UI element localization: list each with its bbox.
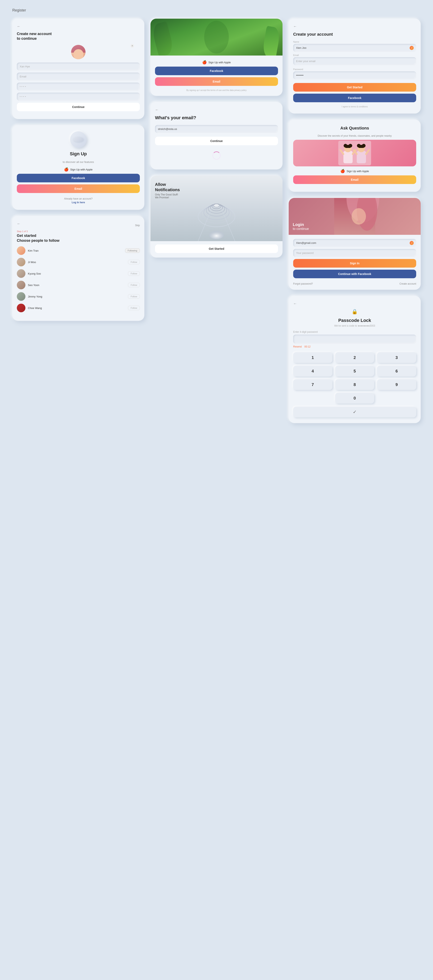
login-password[interactable]	[293, 249, 416, 257]
svg-point-1	[198, 206, 235, 227]
skip-button[interactable]: Skip	[135, 224, 140, 227]
apple-label-2: Sign Up with Apple	[208, 61, 231, 64]
num-btn-4[interactable]: 4	[293, 366, 332, 376]
follow-btn-jiwoo[interactable]: Follow	[128, 260, 140, 264]
passcode-sub: We've sent a code to ●●●●●●●●3003	[293, 325, 416, 327]
confirm-input-1[interactable]	[17, 92, 140, 100]
login-link[interactable]: Log In here	[72, 201, 85, 204]
follow-item-jimmyyong: Jimmy Yong Follow	[17, 292, 140, 301]
name-field-wrap: ✓	[293, 44, 416, 52]
get-started-btn-3[interactable]: Get Started	[293, 83, 416, 92]
num-btn-3[interactable]: 3	[377, 352, 416, 363]
back-button-passcode[interactable]: ←	[293, 302, 416, 306]
num-btn-7[interactable]: 7	[293, 379, 332, 390]
continue-facebook-btn[interactable]: Continue with Facebook	[293, 270, 416, 278]
ask-title: Ask Questions	[293, 126, 416, 131]
follow-btn-seoyoon[interactable]: Follow	[128, 283, 140, 287]
email-btn-plant[interactable]: Email	[155, 77, 278, 86]
card-passcode: ← 🔒 Passcode Lock We've sent a code to ●…	[289, 296, 421, 423]
create-account-link[interactable]: Create account	[399, 282, 416, 285]
passcode-title: Passcode Lock	[293, 318, 416, 323]
name-input-3[interactable]	[293, 44, 416, 52]
svg-rect-18	[357, 151, 366, 163]
follow-item-kimtran: Kim Tran Following	[17, 246, 140, 255]
signup-subtitle: to discover all our features	[17, 161, 140, 164]
num-btn-8[interactable]: 8	[335, 379, 374, 390]
facebook-btn-3[interactable]: Facebook	[293, 94, 416, 102]
resend-label[interactable]: Resend	[293, 345, 302, 348]
back-button-3[interactable]: ←	[293, 24, 297, 29]
facebook-btn-signup[interactable]: Facebook	[17, 174, 140, 182]
continue-btn-email[interactable]: Continue	[155, 137, 278, 145]
num-btn-0[interactable]: 0	[335, 393, 374, 403]
avatar-wrap: ✕	[17, 45, 140, 59]
terms-3[interactable]: I agree to terms & conditions	[293, 105, 416, 108]
login-hero-text: Login to continue	[293, 222, 309, 231]
avatar-choewang	[17, 304, 26, 312]
svg-point-0	[204, 21, 229, 54]
card-create-new: ← Create new account to continue ✕ Conti	[12, 19, 144, 119]
girls-svg	[338, 141, 371, 165]
svg-rect-22	[359, 145, 364, 148]
num-btn-6[interactable]: 6	[377, 366, 416, 376]
num-btn-5[interactable]: 5	[335, 366, 374, 376]
apple-row-ask[interactable]: 🍎 Sign Up with Apple	[293, 169, 416, 173]
facebook-btn-plant[interactable]: Facebook	[155, 67, 278, 75]
continue-button-1[interactable]: Continue	[17, 103, 140, 111]
email-title: What's your email?	[155, 115, 278, 121]
apple-label: Sign Up with Apple	[70, 168, 93, 171]
follow-item-seoyoon: Seo Yoon Follow	[17, 281, 140, 289]
name-input[interactable]	[17, 62, 140, 70]
forgot-password-link[interactable]: Forgot password?	[293, 282, 313, 285]
link-row: Forgot password? Create account	[293, 282, 416, 285]
login-email[interactable]	[293, 239, 416, 247]
bowl-icon	[73, 137, 83, 142]
email-input-1[interactable]	[17, 73, 140, 81]
confirm-passcode-btn[interactable]: ✓	[293, 407, 416, 417]
name-choewang: Choe Wang	[28, 307, 125, 310]
password-input-1[interactable]	[17, 83, 140, 91]
follow-btn-choewang[interactable]: Follow	[128, 306, 140, 310]
login-check-icon: ✓	[410, 241, 414, 245]
num-btn-2[interactable]: 2	[335, 352, 374, 363]
num-btn-9[interactable]: 9	[377, 379, 416, 390]
already-text: Already have an account?	[64, 197, 93, 200]
follow-btn-kyungsoo[interactable]: Follow	[128, 271, 140, 276]
card-notif: Allow Notifications Only The Good Stuff!…	[150, 176, 283, 258]
name-label: Name	[293, 41, 416, 43]
check-icon: ✓	[410, 46, 414, 50]
apple-row-signup[interactable]: 🍎 Sign Up with Apple	[17, 167, 140, 172]
email-btn-ask[interactable]: Email	[293, 175, 416, 184]
email-input-2[interactable]	[155, 125, 278, 133]
follow-item-choewang: Choe Wang Follow	[17, 304, 140, 312]
ask-subtitle: Discover the secrets of your friends, cl…	[293, 134, 416, 137]
email-input-3[interactable]	[293, 57, 416, 65]
follow-btn-kimtran[interactable]: Following	[125, 248, 140, 253]
email-btn-signup[interactable]: Email	[17, 185, 140, 193]
avatar-kimtran	[17, 246, 26, 255]
create-new-title: Create new account to continue	[17, 32, 140, 41]
follow-btn-jimmyyong[interactable]: Follow	[128, 294, 140, 299]
passcode-input[interactable]	[293, 334, 416, 344]
page-title: Register	[12, 8, 421, 13]
passcode-label: Enter 4-digit password	[293, 331, 416, 333]
apple-row-plant[interactable]: 🍎 Sign Up with Apple	[155, 60, 278, 65]
avatar-close[interactable]: ✕	[130, 44, 134, 48]
signin-btn[interactable]: Sign In	[293, 259, 416, 267]
notif-overlay: Allow Notifications Only The Good Stuff!…	[155, 182, 180, 199]
num-btn-1[interactable]: 1	[293, 352, 332, 363]
terms-plant: By signing up I accept the terms of use …	[155, 89, 278, 91]
get-started-btn[interactable]: Get Started	[155, 245, 278, 253]
ask-image	[293, 140, 416, 166]
back-button-email[interactable]: ←	[155, 108, 159, 112]
back-button-1[interactable]: ←	[17, 24, 21, 29]
login-hero: Login to continue	[289, 198, 421, 235]
lock-icon: 🔒	[293, 309, 416, 315]
num-btn-empty-left	[293, 393, 332, 403]
card-signup: Sign Up to discover all our features 🍎 S…	[12, 125, 144, 210]
password-input-3[interactable]	[293, 71, 416, 79]
svg-point-11	[209, 231, 224, 239]
back-button-follow[interactable]: ←	[17, 222, 21, 226]
apple-icon-ask: 🍎	[340, 169, 345, 173]
notif-bg: Allow Notifications Only The Good Stuff!…	[150, 176, 283, 241]
